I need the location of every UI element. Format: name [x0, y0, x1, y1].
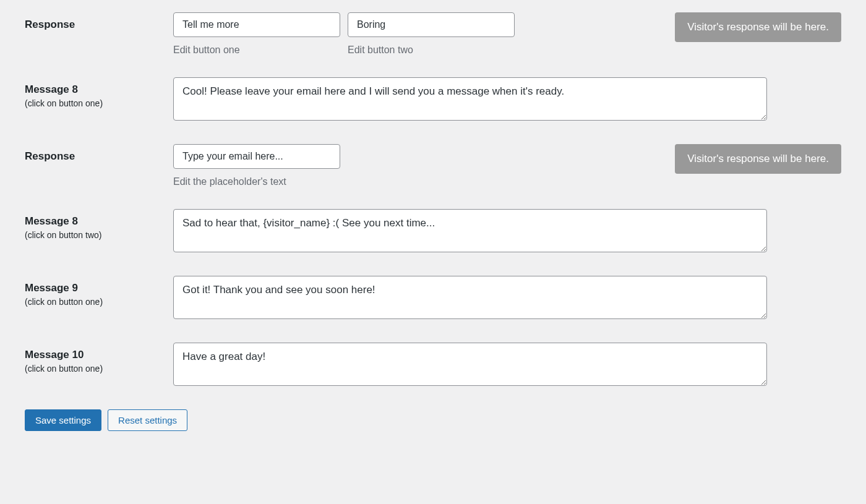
response-row-1: Response Edit button one Edit button two… — [25, 12, 841, 56]
response-row-2: Response Edit the placeholder's text Vis… — [25, 144, 841, 187]
message-10-row: Message 10 (click on button one) — [25, 343, 841, 388]
button-one-input[interactable] — [173, 12, 340, 37]
actions-row: Save settings Reset settings — [25, 409, 841, 431]
email-placeholder-input[interactable] — [173, 144, 340, 169]
button-two-wrap: Edit button two — [348, 12, 515, 56]
message-9-row: Message 9 (click on button one) — [25, 276, 841, 321]
email-placeholder-helper: Edit the placeholder's text — [173, 176, 340, 187]
input-col — [173, 343, 841, 388]
input-col — [173, 77, 841, 122]
label-col: Message 8 (click on button one) — [25, 77, 173, 108]
message-8b-row: Message 8 (click on button two) — [25, 209, 841, 254]
input-col — [173, 209, 841, 254]
visitor-response-badge-2: Visitor's response will be here. — [675, 144, 841, 174]
response-label-2: Response — [25, 150, 173, 163]
button-one-wrap: Edit button one — [173, 12, 340, 56]
message-8b-textarea[interactable] — [173, 209, 767, 252]
message-8b-sublabel: (click on button two) — [25, 230, 173, 240]
response-label: Response — [25, 19, 173, 31]
message-8b-label: Message 8 — [25, 215, 173, 228]
email-placeholder-wrap: Edit the placeholder's text — [173, 144, 340, 187]
message-8a-row: Message 8 (click on button one) — [25, 77, 841, 122]
message-10-sublabel: (click on button one) — [25, 364, 173, 374]
input-col: Edit the placeholder's text Visitor's re… — [173, 144, 841, 187]
save-button[interactable]: Save settings — [25, 409, 101, 431]
message-10-textarea[interactable] — [173, 343, 767, 386]
message-8a-textarea[interactable] — [173, 77, 767, 121]
message-9-label: Message 9 — [25, 282, 173, 294]
label-col: Response — [25, 12, 173, 31]
label-col: Message 10 (click on button one) — [25, 343, 173, 374]
input-col: Edit button one Edit button two Visitor'… — [173, 12, 841, 56]
reset-button[interactable]: Reset settings — [108, 409, 187, 431]
input-col — [173, 276, 841, 321]
label-col: Message 8 (click on button two) — [25, 209, 173, 240]
label-col: Response — [25, 144, 173, 163]
button-two-input[interactable] — [348, 12, 515, 37]
button-two-helper: Edit button two — [348, 45, 515, 56]
visitor-response-badge: Visitor's response will be here. — [675, 12, 841, 42]
label-col: Message 9 (click on button one) — [25, 276, 173, 307]
message-8a-label: Message 8 — [25, 83, 173, 96]
button-one-helper: Edit button one — [173, 45, 340, 56]
message-9-textarea[interactable] — [173, 276, 767, 319]
message-8a-sublabel: (click on button one) — [25, 98, 173, 108]
message-9-sublabel: (click on button one) — [25, 297, 173, 307]
message-10-label: Message 10 — [25, 349, 173, 361]
